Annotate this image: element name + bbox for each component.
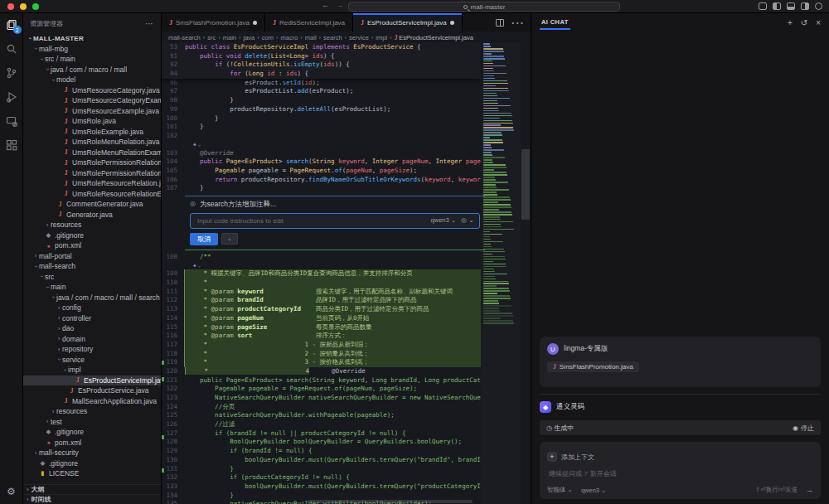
tree-item-resources[interactable]: ›resources	[23, 220, 161, 230]
tree-item-.gitignore[interactable]: ◆.gitignore	[23, 427, 161, 438]
ai-chat-tab[interactable]: AI CHAT	[540, 15, 570, 30]
tree-item-umsrolepermissionrelationexample...[interactable]: JUmsRolePermissionRelationExample...	[23, 168, 161, 179]
chat-model-select[interactable]: qwen3 ⌄	[581, 487, 606, 494]
tree-item-umsresourcecategoryexample.java[interactable]: JUmsResourceCategoryExample.java	[23, 95, 161, 106]
run-debug-icon[interactable]	[5, 90, 18, 104]
inline-chat-options-icon[interactable]: ◎ ⌄	[461, 216, 474, 225]
remote-explorer-icon[interactable]	[5, 114, 18, 128]
history-forward-icon[interactable]: →	[337, 1, 344, 9]
vertical-scrollbar-thumb[interactable]	[521, 149, 530, 220]
close-window-icon[interactable]	[7, 3, 14, 10]
breadcrumb-item[interactable]: com	[262, 34, 274, 41]
tree-item-umsresourceexample.java[interactable]: JUmsResourceExample.java	[23, 106, 161, 117]
tree-item-test[interactable]: ›test	[23, 417, 161, 428]
stop-generation-button[interactable]: ◉ 停止	[793, 424, 814, 433]
tree-item-umsrolemenurelation.java[interactable]: JUmsRoleMenuRelation.java	[23, 137, 161, 148]
horizontal-scrollbar-thumb[interactable]	[307, 500, 473, 503]
attached-file-chip[interactable]: J SmsFlashPromotion.java	[547, 361, 639, 372]
tree-item-impl[interactable]: ›impl	[23, 365, 161, 376]
vertical-scrollbar[interactable]	[521, 43, 531, 504]
breadcrumb-item[interactable]: mall-search	[168, 34, 201, 41]
send-icon[interactable]: →	[806, 486, 813, 494]
tree-item-domain[interactable]: ›domain	[23, 334, 161, 345]
tree-item-umsrole.java[interactable]: JUmsRole.java	[23, 116, 161, 127]
breadcrumb-item[interactable]: src	[207, 34, 216, 41]
inline-chat-model-select[interactable]: qwen3 ⌄	[431, 216, 456, 225]
minimize-window-icon[interactable]	[20, 3, 27, 10]
tab-smsflashpromotion.java[interactable]: JSmsFlashPromotion.java	[162, 13, 265, 32]
history-back-icon[interactable]: ←	[322, 1, 329, 9]
tree-item-pom.xml[interactable]: ●pom.xml	[23, 438, 161, 448]
tree-item-esproductserviceimpl.java[interactable]: JEsProductServiceImpl.java	[23, 376, 161, 386]
tree-item-esproductservice.java[interactable]: JEsProductService.java	[23, 385, 161, 396]
tree-item-model[interactable]: ›model	[23, 75, 161, 85]
tree-item-mall-security[interactable]: ›mall-security	[23, 448, 161, 458]
tab-redisserviceimpl.java[interactable]: JRedisServiceImpl.java	[265, 13, 353, 32]
split-editor-icon[interactable]	[496, 19, 504, 27]
tree-item-.gitignore[interactable]: ◆.gitignore	[23, 458, 161, 469]
breadcrumb-item[interactable]: service	[349, 34, 369, 41]
sidebar-section-时间线[interactable]: ›时间线	[23, 494, 161, 504]
tree-item-service[interactable]: ›service	[23, 355, 161, 366]
tree-item-mall-mbg[interactable]: ›mall-mbg	[23, 44, 161, 55]
tree-item-java-com-macro-mall-search[interactable]: ›java / com / macro / mall / search	[23, 293, 161, 303]
settings-gear-icon[interactable]: ⚙	[0, 486, 22, 497]
close-panel-icon[interactable]: ×	[816, 18, 821, 27]
search-view-icon[interactable]	[5, 42, 18, 56]
customize-layout-icon[interactable]	[759, 2, 767, 10]
tree-item-dao[interactable]: ›dao	[23, 323, 161, 334]
explorer-icon[interactable]: 2	[5, 18, 18, 32]
tree-item-mallsearchapplication.java[interactable]: JMallSearchApplication.java	[23, 396, 161, 407]
agent-select[interactable]: 智能体 ⌄	[547, 486, 573, 494]
toggle-primary-sidebar-icon[interactable]	[773, 2, 781, 10]
tab-esproductserviceimpl.java[interactable]: JEsProductServiceImpl.java	[353, 13, 463, 32]
tree-item-commentgenerator.java[interactable]: JCommentGenerator.java	[23, 199, 161, 210]
new-chat-icon[interactable]: +	[788, 18, 793, 27]
tree-item-.gitignore[interactable]: ◆.gitignore	[23, 230, 161, 241]
account-icon[interactable]	[815, 2, 822, 10]
chat-input[interactable]	[547, 469, 813, 478]
breadcrumb-item[interactable]: impl	[376, 34, 387, 41]
tree-item-resources[interactable]: ›resources	[23, 406, 161, 417]
add-context-button[interactable]: + 添加上下文	[547, 452, 594, 462]
toggle-panel-icon[interactable]	[787, 2, 795, 10]
tree-item-umsrolepermissionrelation.java[interactable]: JUmsRolePermissionRelation.java	[23, 158, 161, 168]
tree-item-controller[interactable]: ›controller	[23, 313, 161, 324]
tree-item-umsrolemenurelationexample.java[interactable]: JUmsRoleMenuRelationExample.java	[23, 148, 161, 158]
tree-item-config[interactable]: ›config	[23, 303, 161, 313]
toggle-secondary-sidebar-icon[interactable]	[801, 2, 809, 10]
tree-item-java-com-macro-mall[interactable]: ›java / com / macro / mall	[23, 65, 161, 75]
explorer-more-actions-icon[interactable]: ⋯	[145, 19, 154, 28]
tree-item-generator.java[interactable]: JGenerator.java	[23, 210, 161, 220]
breadcrumb-item[interactable]: java	[244, 34, 255, 41]
breadcrumb-item[interactable]: mall	[305, 34, 317, 41]
tree-item-mall-search[interactable]: ›mall-search	[23, 261, 161, 272]
tree-item-repository[interactable]: ›repository	[23, 344, 161, 355]
tree-item-mall-portal[interactable]: ›mall-portal	[23, 251, 161, 262]
source-control-icon[interactable]	[5, 66, 18, 80]
cancel-button[interactable]: 取消	[190, 233, 218, 245]
cancel-dropdown-icon[interactable]: ⌄	[221, 233, 238, 245]
tree-item-umsroleresourcerelationexample.j...[interactable]: JUmsRoleResourceRelationExample.j...	[23, 189, 161, 200]
tree-item-main[interactable]: ›main	[23, 282, 161, 293]
breadcrumb-item[interactable]: search	[323, 34, 342, 41]
tree-item-pom.xml[interactable]: ●pom.xml	[23, 240, 161, 251]
tree-item-src-main[interactable]: ›src / main	[23, 54, 161, 65]
tree-item-mall-master[interactable]: ›MALL-MASTER	[23, 33, 161, 44]
inline-chat-input[interactable]	[196, 216, 426, 225]
breadcrumb-item[interactable]: macro	[280, 34, 298, 41]
extensions-icon[interactable]	[5, 138, 18, 152]
command-center-search[interactable]: mall-master	[348, 2, 620, 12]
macos-traffic-lights[interactable]	[7, 3, 39, 10]
code-editor[interactable]: 53public class EsProductServiceImpl impl…	[162, 43, 531, 504]
minimap[interactable]	[481, 43, 521, 504]
tree-item-license[interactable]: ▮LICENSE	[23, 468, 161, 479]
editor-more-actions-icon[interactable]: ⋯	[511, 15, 524, 31]
breadcrumb-item[interactable]: main	[223, 34, 236, 41]
breadcrumb-item[interactable]: J EsProductServiceImpl.java	[395, 34, 473, 41]
sidebar-section-大纲[interactable]: ›大纲	[23, 484, 161, 494]
maximize-window-icon[interactable]	[32, 3, 39, 10]
tree-item-umsresourcecategory.java[interactable]: JUmsResourceCategory.java	[23, 85, 161, 96]
tree-item-src[interactable]: ›src	[23, 272, 161, 283]
ai-sparkle-icon[interactable]: ◆⌄	[162, 261, 481, 269]
